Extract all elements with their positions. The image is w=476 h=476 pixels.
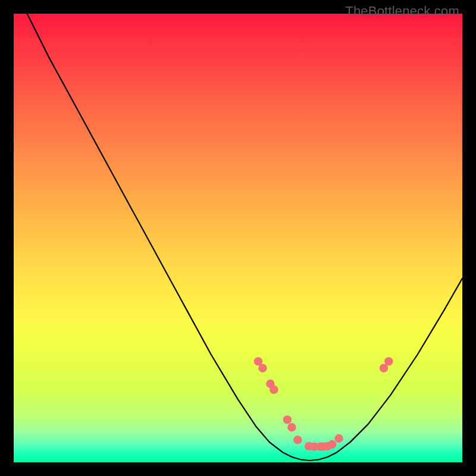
chart-svg: [14, 14, 462, 462]
highlight-dots: [254, 357, 393, 451]
watermark: TheBottleneck.com: [345, 4, 459, 19]
highlight-dot: [258, 364, 267, 372]
highlight-dot: [328, 440, 336, 449]
highlight-dot: [270, 386, 278, 394]
highlight-dot: [283, 415, 292, 424]
highlight-dot: [334, 434, 343, 443]
bottleneck-curve: [27, 14, 462, 461]
highlight-dot: [384, 357, 393, 365]
highlight-dot: [293, 436, 302, 444]
highlight-dot: [287, 423, 296, 431]
